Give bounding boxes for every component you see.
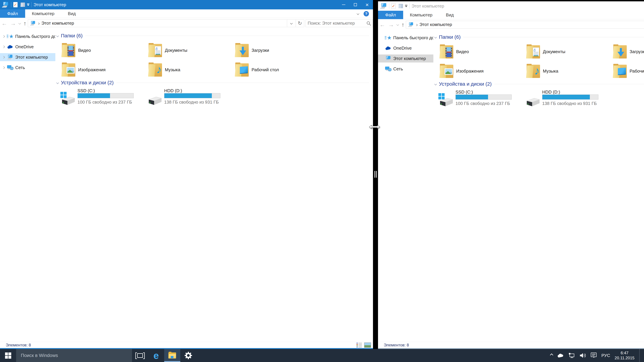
drive-tile-c[interactable]: SSD (C:) 100 ГБ свободно из 237 ГБ [438, 89, 523, 111]
folder-tile-video[interactable]: Видео [62, 42, 145, 58]
refresh-button[interactable]: ↻ [296, 19, 304, 27]
network-icon[interactable] [568, 353, 575, 359]
start-button[interactable] [0, 349, 16, 362]
expand-icon[interactable] [2, 45, 5, 48]
settings-button[interactable] [180, 349, 196, 362]
folder-tile-music[interactable]: ♪ Музыка [526, 63, 610, 79]
ribbon-expand-icon[interactable] [357, 12, 360, 15]
breadcrumb[interactable]: Этот компьютер [420, 22, 452, 27]
volume-icon[interactable] [580, 353, 586, 359]
up-button[interactable]: ↑ [22, 20, 28, 26]
onedrive-cloud-icon [385, 46, 392, 50]
maximize-button[interactable] [350, 0, 361, 9]
tiles-view-button[interactable] [364, 343, 371, 348]
customize-qat-icon[interactable] [27, 3, 29, 6]
network-globe-icon [385, 66, 392, 72]
collapse-icon[interactable] [434, 83, 437, 85]
customize-qat-icon[interactable] [405, 5, 407, 7]
address-dropdown-button[interactable] [287, 19, 296, 27]
recent-locations-icon[interactable] [396, 23, 399, 26]
folder-tile-pictures[interactable]: Изображения [440, 63, 523, 79]
tray-overflow-button[interactable] [550, 354, 553, 357]
up-button[interactable]: ↑ [400, 22, 406, 27]
taskbar-search-input[interactable] [16, 353, 124, 358]
action-center-icon[interactable] [591, 353, 597, 359]
folders-group-header[interactable]: Папки (6) [435, 34, 644, 39]
folder-tile-desktop[interactable]: Рабочий стол [613, 63, 644, 79]
file-explorer-button[interactable] [164, 349, 180, 362]
titlebar[interactable]: ✓ Этот компьютер × [0, 0, 373, 9]
tab-view[interactable]: Вид [61, 9, 82, 18]
properties-icon[interactable]: ✓ [13, 2, 18, 7]
tab-view[interactable]: Вид [439, 11, 460, 19]
tab-computer[interactable]: Компьютер [403, 11, 439, 19]
task-view-icon [137, 353, 143, 358]
breadcrumb[interactable]: Этот компьютер [42, 21, 74, 26]
sidebar-item-onedrive[interactable]: OneDrive [378, 44, 433, 52]
folder-tile-pictures[interactable]: Изображения [62, 62, 145, 78]
sidebar-item-onedrive[interactable]: OneDrive [0, 43, 55, 51]
search-box[interactable] [306, 19, 373, 27]
expand-icon[interactable] [2, 56, 5, 58]
drive-tile-d[interactable]: HDD (D:) 138 ГБ свободно из 931 ГБ [147, 87, 232, 110]
address-bar[interactable]: › Этот компьютер [406, 21, 644, 28]
tab-computer[interactable]: Компьютер [25, 9, 61, 18]
address-bar[interactable]: › Этот компьютер [28, 19, 287, 27]
folder-tile-desktop[interactable]: Рабочий стол [235, 62, 319, 78]
breadcrumb-chevron-icon[interactable]: › [416, 22, 418, 27]
properties-icon[interactable]: ✓ [391, 3, 396, 9]
drives-group-header[interactable]: Устройства и диски (2) [57, 80, 369, 85]
new-folder-icon[interactable] [21, 2, 25, 7]
language-indicator[interactable]: РУС [602, 353, 610, 358]
ribbon-tabs: Файл Компьютер Вид [0, 9, 373, 18]
recent-locations-icon[interactable] [18, 22, 21, 25]
edge-button[interactable]: e [148, 349, 164, 362]
new-folder-icon[interactable] [399, 4, 403, 8]
minimize-button[interactable] [338, 0, 350, 9]
expand-icon[interactable] [2, 35, 5, 37]
sidebar-item-quick-access[interactable]: ★ Панель быстрого до [0, 32, 55, 40]
collapse-icon[interactable] [434, 36, 437, 38]
sidebar-item-this-pc[interactable]: Этот компьютер [0, 53, 55, 61]
task-view-button[interactable] [132, 349, 148, 362]
collapse-icon[interactable] [56, 34, 59, 37]
tab-file[interactable]: Файл [378, 11, 403, 19]
details-view-button[interactable] [356, 343, 362, 348]
titlebar[interactable]: ✓ Этот компьютер [378, 1, 644, 11]
close-button[interactable]: × [361, 0, 373, 9]
search-input[interactable] [306, 21, 363, 26]
sidebar-item-network[interactable]: Сеть [378, 65, 433, 73]
back-button[interactable]: ← [378, 22, 387, 27]
drives-group-header[interactable]: Устройства и диски (2) [435, 81, 644, 86]
folder-tile-downloads[interactable]: Загрузки [235, 42, 319, 58]
clock[interactable]: 6:47 20.11.2015 [614, 351, 634, 361]
windows-start-icon [5, 353, 11, 359]
folder-tile-documents[interactable]: A Документы [148, 42, 232, 58]
collapse-icon[interactable] [56, 81, 59, 84]
folder-tile-documents[interactable]: A Документы [526, 43, 610, 60]
onedrive-tray-icon[interactable] [557, 353, 564, 358]
this-pc-icon [385, 55, 392, 61]
tab-file[interactable]: Файл [0, 9, 25, 18]
folder-tile-downloads[interactable]: Загрузки [613, 43, 644, 60]
sidebar-item-quick-access[interactable]: ★ Панель быстрого до [378, 34, 433, 42]
address-toolbar: ← → ↑ › Этот компьютер ↻ [0, 18, 373, 28]
sidebar-item-this-pc[interactable]: Этот компьютер [378, 54, 433, 62]
network-globe-icon [7, 65, 14, 70]
forward-button[interactable]: → [9, 20, 18, 26]
folders-group-header[interactable]: Папки (6) [57, 33, 369, 38]
forward-button[interactable]: → [387, 22, 396, 27]
drive-tile-c[interactable]: SSD (C:) 100 ГБ свободно из 237 ГБ [60, 87, 145, 110]
show-desktop-button[interactable] [639, 349, 640, 362]
breadcrumb-chevron-icon[interactable]: › [38, 20, 40, 26]
drive-tile-d[interactable]: HDD (D:) 138 ГБ свободно из 931 ГБ [525, 89, 610, 111]
sidebar-item-network[interactable]: Сеть [0, 63, 55, 71]
search-icon [366, 21, 371, 26]
taskbar-search-box[interactable] [16, 349, 132, 362]
snap-divider-grip[interactable] [374, 171, 377, 178]
back-button[interactable]: ← [0, 20, 9, 26]
folder-tile-video[interactable]: Видео [440, 43, 523, 60]
folder-tile-music[interactable]: ♪ Музыка [148, 62, 232, 78]
help-button[interactable]: ? [364, 11, 369, 16]
expand-icon[interactable] [2, 66, 5, 69]
